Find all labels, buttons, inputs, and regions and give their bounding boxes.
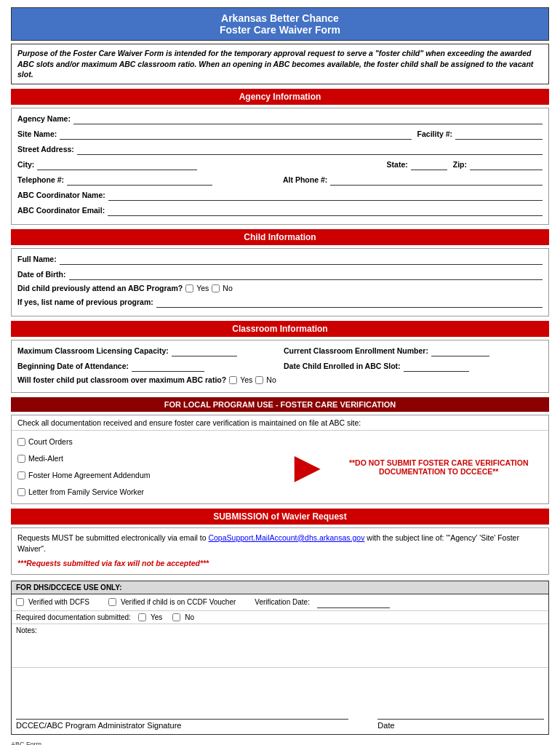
- submission-email[interactable]: CopaSupport.MailAccount@dhs.arkansas.gov: [208, 533, 364, 542]
- date-enrolled-row: Date Child Enrolled in ABC Slot:: [284, 360, 543, 372]
- court-orders-checkbox[interactable]: [17, 438, 25, 446]
- form-title-1: Arkansas Better Chance: [15, 12, 545, 24]
- dhs-signature-area: DCCEC/ABC Program Administrator Signatur…: [12, 697, 548, 734]
- date-enrolled-input[interactable]: [404, 360, 469, 372]
- city-input[interactable]: [37, 159, 197, 170]
- full-name-label: Full Name:: [17, 255, 57, 263]
- letter-family-item: Letter from Family Service Worker: [17, 485, 274, 499]
- alt-phone-input[interactable]: [330, 174, 543, 186]
- zip-group: Zip:: [453, 159, 543, 170]
- agency-name-row: Agency Name:: [17, 113, 543, 124]
- required-docs-label: Required documentation submitted:: [16, 613, 131, 621]
- agency-name-input[interactable]: [73, 113, 543, 124]
- city-group: City:: [17, 159, 381, 170]
- arrow-icon: ►: [286, 445, 329, 489]
- current-enrollment-label: Current Classroom Enrollment Number:: [284, 346, 428, 355]
- required-no-label: No: [185, 613, 194, 621]
- over-ratio-no-checkbox[interactable]: [255, 376, 263, 384]
- signature-label: DCCEC/ABC Program Administrator Signatur…: [16, 721, 181, 730]
- submission-text1: Requests MUST be submitted electronicall…: [17, 533, 207, 542]
- alt-phone-group: Alt Phone #:: [283, 174, 543, 186]
- signature-line: DCCEC/ABC Program Administrator Signatur…: [16, 712, 544, 730]
- agency-section: Agency Name: Site Name: Facility #: Stre…: [11, 108, 549, 225]
- state-label: State:: [387, 160, 408, 169]
- purpose-text: Purpose of the Foster Care Waiver Form i…: [17, 49, 533, 79]
- previous-program-input[interactable]: [156, 296, 543, 308]
- no-checkbox-group: No: [212, 284, 232, 292]
- required-yes-checkbox[interactable]: [138, 613, 146, 621]
- letter-family-label: Letter from Family Service Worker: [28, 485, 144, 499]
- date-field: Date: [377, 719, 544, 730]
- foster-home-label: Foster Home Agreement Addendum: [28, 469, 151, 482]
- previous-program-row: If yes, list name of previous program:: [17, 296, 543, 308]
- date-enrolled-label: Date Child Enrolled in ABC Slot:: [284, 362, 401, 370]
- court-orders-item: Court Orders: [17, 435, 274, 449]
- signature-field: DCCEC/ABC Program Administrator Signatur…: [16, 719, 348, 730]
- max-capacity-label: Maximum Classroom Licensing Capacity:: [17, 346, 169, 355]
- submission-warning-para: ***Requests submitted via fax will not b…: [17, 558, 543, 570]
- verification-warning-area: ► **DO NOT SUBMIT FOSTER CARE VERIFICATI…: [280, 431, 548, 503]
- dob-input[interactable]: [69, 268, 543, 280]
- site-name-label: Site Name:: [17, 130, 57, 138]
- previous-abc-label: Did child previously attend an ABC Progr…: [17, 284, 183, 292]
- required-no-checkbox[interactable]: [172, 613, 180, 621]
- coordinator-name-row: ABC Coordinator Name:: [17, 189, 543, 201]
- telephone-label: Telephone #:: [17, 175, 64, 184]
- foster-verification-header: FOR LOCAL PROGRAM USE - FOSTER CARE VERI…: [11, 397, 549, 412]
- facility-input[interactable]: [455, 128, 543, 140]
- max-capacity-input[interactable]: [172, 345, 237, 356]
- dob-label: Date of Birth:: [17, 270, 66, 279]
- foster-verification-body: Check all documentation received and ens…: [11, 415, 549, 504]
- over-ratio-yes-checkbox[interactable]: [229, 376, 237, 384]
- site-facility-row: Site Name: Facility #:: [17, 128, 543, 140]
- verification-check-text: Check all documentation received and ens…: [12, 415, 548, 431]
- verification-date-label: Verification Date:: [255, 598, 310, 606]
- site-name-input[interactable]: [60, 128, 411, 140]
- zip-input[interactable]: [470, 159, 543, 170]
- form-title-2: Foster Care Waiver Form: [15, 24, 545, 36]
- dhs-blank-area: [12, 668, 548, 697]
- coordinator-email-input[interactable]: [108, 204, 543, 216]
- previous-abc-yes-checkbox[interactable]: [185, 284, 193, 292]
- yes-checkbox-group: Yes: [185, 284, 209, 292]
- current-enrollment-input[interactable]: [431, 345, 489, 356]
- verification-date-input[interactable]: [317, 597, 390, 608]
- verification-checklist: Court Orders Medi-Alert Foster Home Agre…: [12, 431, 280, 503]
- street-address-input[interactable]: [77, 143, 543, 155]
- submission-text: Requests MUST be submitted electronicall…: [17, 533, 543, 556]
- submission-header: SUBMISSION of Wavier Request: [11, 509, 549, 525]
- telephone-row: Telephone #: Alt Phone #:: [17, 174, 543, 186]
- facility-group: Facility #:: [417, 128, 543, 140]
- street-address-row: Street Address:: [17, 143, 543, 155]
- coordinator-name-input[interactable]: [108, 189, 543, 201]
- classroom-grid: Maximum Classroom Licensing Capacity: Cu…: [17, 345, 543, 372]
- agency-name-label: Agency Name:: [17, 114, 71, 123]
- verified-dcfs-checkbox[interactable]: [16, 598, 24, 606]
- dhs-notes: Notes:: [12, 624, 548, 668]
- telephone-input[interactable]: [67, 174, 212, 186]
- dob-row: Date of Birth:: [17, 268, 543, 280]
- state-input[interactable]: [411, 159, 447, 170]
- dhs-required-docs-row: Required documentation submitted: Yes No: [12, 611, 548, 624]
- letter-family-checkbox[interactable]: [17, 488, 25, 496]
- medi-alert-checkbox[interactable]: [17, 455, 25, 463]
- verified-ccdf-label: Verified if child is on CCDF Voucher: [121, 598, 236, 606]
- coordinator-email-label: ABC Coordinator Email:: [17, 206, 105, 215]
- previous-abc-row: Did child previously attend an ABC Progr…: [17, 284, 543, 292]
- over-ratio-label: Will foster child put classroom over max…: [17, 375, 226, 384]
- foster-home-item: Foster Home Agreement Addendum: [17, 469, 274, 482]
- coordinator-email-row: ABC Coordinator Email:: [17, 204, 543, 216]
- state-group: State:: [387, 159, 447, 170]
- over-ratio-no-group: No: [255, 375, 276, 384]
- verified-ccdf-checkbox[interactable]: [108, 598, 116, 606]
- beginning-date-label: Beginning Date of Attendance:: [17, 362, 129, 370]
- full-name-input[interactable]: [60, 253, 543, 265]
- no-label: No: [223, 284, 232, 292]
- foster-home-checkbox[interactable]: [17, 471, 25, 479]
- child-section: Full Name: Date of Birth: Did child prev…: [11, 248, 549, 316]
- verified-dcfs-label: Verified with DCFS: [28, 598, 89, 606]
- dhs-header: FOR DHS/DCCECE USE ONLY:: [12, 581, 548, 594]
- purpose-box: Purpose of the Foster Care Waiver Form i…: [11, 44, 549, 84]
- beginning-date-input[interactable]: [132, 360, 204, 372]
- previous-abc-no-checkbox[interactable]: [212, 284, 220, 292]
